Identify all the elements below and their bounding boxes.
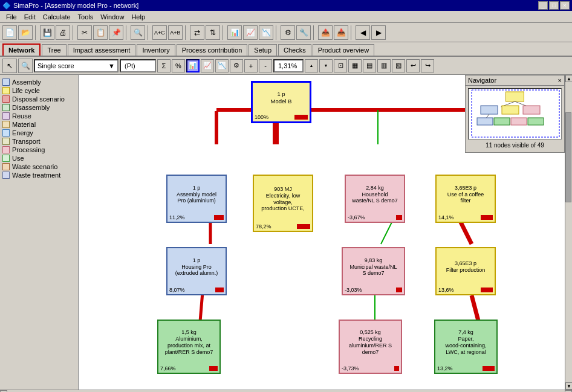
close-button[interactable]: × [560, 1, 570, 10]
sum-button[interactable]: Σ [157, 59, 171, 72]
redo-btn[interactable]: ↪ [421, 59, 434, 72]
tb-btn5[interactable]: ⚙ [281, 25, 295, 40]
tb-btn6[interactable]: 🔧 [296, 25, 311, 40]
tab-network[interactable]: Network [2, 43, 41, 56]
paste-button[interactable]: 📌 [109, 25, 123, 40]
tb-btn3[interactable]: ⇄ [190, 25, 204, 40]
chart-btn2[interactable]: 📈 [243, 25, 258, 40]
tab-checks[interactable]: Checks [278, 44, 311, 56]
maximize-button[interactable]: □ [549, 1, 559, 10]
menu-bar: File Edit Calculate Tools Window Help [0, 11, 572, 23]
node-aluminium[interactable]: 1,5 kgAluminium,production mix, atplant/… [157, 320, 221, 374]
layout-btn2[interactable]: ▤ [363, 59, 376, 72]
legend-lifecycle[interactable]: Life cycle [2, 87, 76, 94]
tb-btn7[interactable]: 📤 [318, 25, 333, 40]
zoom-spin-down[interactable]: ▼ [319, 59, 333, 72]
node-electricity[interactable]: 903 MJElectricity, lowvoltage,production… [253, 175, 313, 232]
tb-btn2[interactable]: A+B [168, 25, 183, 40]
print-button[interactable]: 🖨 [56, 25, 70, 40]
navigator-close-icon[interactable]: × [558, 77, 562, 84]
toolbar-sep9 [351, 25, 353, 40]
menu-calculate[interactable]: Calculate [39, 12, 74, 22]
scroll-down-button[interactable]: ▼ [565, 382, 572, 390]
save-button[interactable]: 💾 [40, 25, 54, 40]
tab-setup[interactable]: Setup [249, 44, 277, 56]
scroll-right-button[interactable]: ► [565, 390, 572, 393]
undo-btn[interactable]: ↩ [406, 59, 420, 72]
zoom-tool[interactable]: 🔍 [18, 59, 33, 73]
layout-btn4[interactable]: ▧ [392, 59, 405, 72]
scroll-left-button[interactable]: ◄ [0, 390, 7, 393]
node-household-label: 2,84 kgHouseholdwaste/NL S demo7 [348, 185, 402, 204]
settings-btn[interactable]: ⚙ [230, 59, 243, 72]
legend-waste-treatment[interactable]: Waste treatment [2, 172, 76, 179]
svg-rect-16 [523, 106, 540, 114]
node-household-waste[interactable]: 2,84 kgHouseholdwaste/NL S demo7 -3,67% [345, 175, 405, 223]
cut-button[interactable]: ✂ [77, 25, 92, 40]
node-municipal-waste[interactable]: 9,83 kgMunicipal waste/NLS demo7 -3,03% [342, 247, 405, 295]
legend-waste-scenario[interactable]: Waste scenario [2, 163, 76, 170]
scroll-up-button[interactable]: ▲ [565, 75, 572, 82]
search-button[interactable]: 🔍 [131, 25, 145, 40]
node-recycling[interactable]: 0,525 kgRecyclingaluminium/RER Sdemo7 -3… [339, 320, 402, 374]
node-recycling-label: 0,525 kgRecyclingaluminium/RER Sdemo7 [342, 329, 399, 355]
fit-btn[interactable]: ⊡ [334, 59, 347, 72]
node-coffee-percent: 14,1% [438, 214, 454, 220]
navigator-panel: Navigator × [465, 75, 565, 153]
legend-reuse[interactable]: Reuse [2, 112, 76, 120]
tab-inventory[interactable]: Inventory [137, 44, 175, 56]
layout-btn1[interactable]: ▦ [348, 59, 362, 72]
tb-btn8[interactable]: 📥 [334, 25, 348, 40]
legend-material[interactable]: Material [2, 121, 76, 128]
menu-help[interactable]: Help [128, 12, 149, 22]
tb-btn4[interactable]: ⇅ [206, 25, 220, 40]
node-assembly-label: 1 pAssembly modelPro (aluminium) [169, 185, 224, 204]
scroll-track-v[interactable] [565, 82, 572, 382]
menu-edit[interactable]: Edit [21, 12, 39, 22]
new-button[interactable]: 📄 [2, 25, 17, 40]
minimize-button[interactable]: _ [538, 1, 548, 10]
zoom-in-btn[interactable]: + [244, 59, 258, 72]
chart-active-btn[interactable]: 📊 [186, 59, 200, 72]
legend-disassembly[interactable]: Disassembly [2, 104, 76, 111]
toolbar2: ↖ 🔍 Single score ▼ (Pt) Σ % 📊 📈 📉 ⚙ + - … [0, 57, 572, 75]
title-text: SimaPro - [Assembly model Pro - network] [13, 2, 138, 9]
score-dropdown[interactable]: Single score ▼ [34, 59, 119, 72]
back-button[interactable]: ◀ [356, 25, 370, 40]
menu-window[interactable]: Window [97, 12, 128, 22]
tab-impact[interactable]: Impact assessment [68, 44, 136, 56]
legend-transport[interactable]: Transport [2, 138, 76, 145]
node-coffee-filter[interactable]: 3,65E3 pUse of a coffeefilter 14,1% [435, 175, 496, 223]
tab-product-overview[interactable]: Product overview [313, 44, 374, 56]
tab-process-contribution[interactable]: Process contribution [177, 44, 248, 56]
tab-tree[interactable]: Tree [42, 44, 66, 56]
toolbar-sep1 [35, 25, 37, 40]
node-paper[interactable]: 7,4 kgPaper,wood-containing,LWC, at regi… [434, 320, 498, 374]
copy-button[interactable]: 📋 [93, 25, 108, 40]
open-button[interactable]: 📂 [18, 25, 33, 40]
node-assembly-model[interactable]: 1 pAssembly modelPro (aluminium) 11,2% [166, 175, 227, 223]
legend-assembly[interactable]: Assembly [2, 79, 76, 86]
legend-processing[interactable]: Processing [2, 146, 76, 153]
legend-use[interactable]: Use [2, 155, 76, 162]
legend-energy[interactable]: Energy [2, 129, 76, 137]
menu-file[interactable]: File [2, 12, 21, 22]
node-housing-pro[interactable]: 1 pHousing Pro(extruded alumn.) 8,07% [166, 247, 227, 295]
node-model-b[interactable]: 1 pModel B 100% [251, 81, 311, 123]
percent-button[interactable]: % [172, 59, 185, 72]
cursor-tool[interactable]: ↖ [2, 59, 17, 73]
menu-tools[interactable]: Tools [74, 12, 97, 22]
tb-btn1[interactable]: A+C [152, 25, 167, 40]
scroll-thumb-v[interactable] [565, 112, 571, 202]
node-filter-production[interactable]: 3,65E3 pFilter production 13,6% [435, 247, 496, 295]
chart-btn-b[interactable]: 📈 [201, 59, 214, 72]
legend-disposal[interactable]: Disposal scenario [2, 95, 76, 103]
chart-btn3[interactable]: 📉 [259, 25, 273, 40]
chart-btn-c[interactable]: 📉 [215, 59, 229, 72]
forward-button[interactable]: ▶ [371, 25, 386, 40]
zoom-out-btn[interactable]: - [259, 59, 272, 72]
title-bar: 🔷 SimaPro - [Assembly model Pro - networ… [0, 0, 572, 11]
layout-btn3[interactable]: ▥ [377, 59, 391, 72]
chart-btn1[interactable]: 📊 [227, 25, 242, 40]
zoom-spin-up[interactable]: ▲ [305, 59, 318, 72]
